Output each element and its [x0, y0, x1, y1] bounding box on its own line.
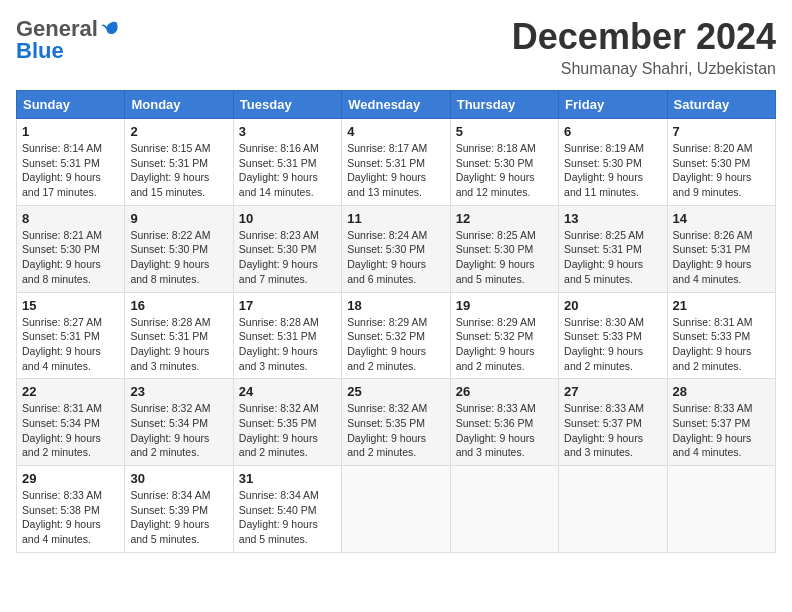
calendar-cell: 24Sunrise: 8:32 AMSunset: 5:35 PMDayligh… [233, 379, 341, 466]
day-info: Sunrise: 8:20 AMSunset: 5:30 PMDaylight:… [673, 141, 770, 200]
calendar-cell: 4Sunrise: 8:17 AMSunset: 5:31 PMDaylight… [342, 119, 450, 206]
day-number: 21 [673, 298, 770, 313]
calendar-day-header: Monday [125, 91, 233, 119]
day-number: 10 [239, 211, 336, 226]
day-info: Sunrise: 8:28 AMSunset: 5:31 PMDaylight:… [130, 315, 227, 374]
day-number: 4 [347, 124, 444, 139]
day-info: Sunrise: 8:34 AMSunset: 5:40 PMDaylight:… [239, 488, 336, 547]
calendar-cell: 17Sunrise: 8:28 AMSunset: 5:31 PMDayligh… [233, 292, 341, 379]
day-info: Sunrise: 8:23 AMSunset: 5:30 PMDaylight:… [239, 228, 336, 287]
day-number: 13 [564, 211, 661, 226]
day-info: Sunrise: 8:33 AMSunset: 5:36 PMDaylight:… [456, 401, 553, 460]
calendar-week-row: 8Sunrise: 8:21 AMSunset: 5:30 PMDaylight… [17, 205, 776, 292]
day-number: 17 [239, 298, 336, 313]
day-number: 23 [130, 384, 227, 399]
day-info: Sunrise: 8:32 AMSunset: 5:35 PMDaylight:… [239, 401, 336, 460]
calendar-cell: 20Sunrise: 8:30 AMSunset: 5:33 PMDayligh… [559, 292, 667, 379]
day-number: 18 [347, 298, 444, 313]
calendar-cell: 18Sunrise: 8:29 AMSunset: 5:32 PMDayligh… [342, 292, 450, 379]
calendar-cell: 13Sunrise: 8:25 AMSunset: 5:31 PMDayligh… [559, 205, 667, 292]
calendar-week-row: 15Sunrise: 8:27 AMSunset: 5:31 PMDayligh… [17, 292, 776, 379]
logo: General Blue [16, 16, 120, 64]
calendar-cell: 10Sunrise: 8:23 AMSunset: 5:30 PMDayligh… [233, 205, 341, 292]
day-info: Sunrise: 8:30 AMSunset: 5:33 PMDaylight:… [564, 315, 661, 374]
calendar-week-row: 29Sunrise: 8:33 AMSunset: 5:38 PMDayligh… [17, 466, 776, 553]
day-number: 12 [456, 211, 553, 226]
location-subtitle: Shumanay Shahri, Uzbekistan [512, 60, 776, 78]
day-number: 25 [347, 384, 444, 399]
day-number: 2 [130, 124, 227, 139]
day-number: 8 [22, 211, 119, 226]
day-info: Sunrise: 8:16 AMSunset: 5:31 PMDaylight:… [239, 141, 336, 200]
calendar-cell: 15Sunrise: 8:27 AMSunset: 5:31 PMDayligh… [17, 292, 125, 379]
calendar-cell: 27Sunrise: 8:33 AMSunset: 5:37 PMDayligh… [559, 379, 667, 466]
calendar-cell: 7Sunrise: 8:20 AMSunset: 5:30 PMDaylight… [667, 119, 775, 206]
calendar-cell [342, 466, 450, 553]
calendar-cell: 21Sunrise: 8:31 AMSunset: 5:33 PMDayligh… [667, 292, 775, 379]
day-info: Sunrise: 8:33 AMSunset: 5:38 PMDaylight:… [22, 488, 119, 547]
calendar-cell: 6Sunrise: 8:19 AMSunset: 5:30 PMDaylight… [559, 119, 667, 206]
calendar-day-header: Saturday [667, 91, 775, 119]
calendar-cell: 23Sunrise: 8:32 AMSunset: 5:34 PMDayligh… [125, 379, 233, 466]
calendar-cell: 5Sunrise: 8:18 AMSunset: 5:30 PMDaylight… [450, 119, 558, 206]
calendar-cell: 29Sunrise: 8:33 AMSunset: 5:38 PMDayligh… [17, 466, 125, 553]
day-info: Sunrise: 8:21 AMSunset: 5:30 PMDaylight:… [22, 228, 119, 287]
day-info: Sunrise: 8:32 AMSunset: 5:34 PMDaylight:… [130, 401, 227, 460]
day-info: Sunrise: 8:15 AMSunset: 5:31 PMDaylight:… [130, 141, 227, 200]
calendar-cell: 3Sunrise: 8:16 AMSunset: 5:31 PMDaylight… [233, 119, 341, 206]
day-info: Sunrise: 8:14 AMSunset: 5:31 PMDaylight:… [22, 141, 119, 200]
day-info: Sunrise: 8:25 AMSunset: 5:30 PMDaylight:… [456, 228, 553, 287]
calendar-cell [559, 466, 667, 553]
calendar-cell: 1Sunrise: 8:14 AMSunset: 5:31 PMDaylight… [17, 119, 125, 206]
calendar-day-header: Friday [559, 91, 667, 119]
day-number: 24 [239, 384, 336, 399]
day-info: Sunrise: 8:33 AMSunset: 5:37 PMDaylight:… [564, 401, 661, 460]
calendar-cell: 12Sunrise: 8:25 AMSunset: 5:30 PMDayligh… [450, 205, 558, 292]
calendar-cell: 8Sunrise: 8:21 AMSunset: 5:30 PMDaylight… [17, 205, 125, 292]
calendar-cell: 11Sunrise: 8:24 AMSunset: 5:30 PMDayligh… [342, 205, 450, 292]
calendar-day-header: Tuesday [233, 91, 341, 119]
calendar-cell: 31Sunrise: 8:34 AMSunset: 5:40 PMDayligh… [233, 466, 341, 553]
calendar-day-header: Sunday [17, 91, 125, 119]
title-area: December 2024 Shumanay Shahri, Uzbekista… [512, 16, 776, 78]
day-info: Sunrise: 8:31 AMSunset: 5:33 PMDaylight:… [673, 315, 770, 374]
day-number: 7 [673, 124, 770, 139]
day-info: Sunrise: 8:17 AMSunset: 5:31 PMDaylight:… [347, 141, 444, 200]
day-number: 31 [239, 471, 336, 486]
day-info: Sunrise: 8:26 AMSunset: 5:31 PMDaylight:… [673, 228, 770, 287]
calendar-cell: 26Sunrise: 8:33 AMSunset: 5:36 PMDayligh… [450, 379, 558, 466]
logo-bird-icon [100, 19, 120, 39]
day-info: Sunrise: 8:34 AMSunset: 5:39 PMDaylight:… [130, 488, 227, 547]
calendar-cell: 16Sunrise: 8:28 AMSunset: 5:31 PMDayligh… [125, 292, 233, 379]
day-number: 20 [564, 298, 661, 313]
day-number: 30 [130, 471, 227, 486]
calendar-cell [450, 466, 558, 553]
day-info: Sunrise: 8:24 AMSunset: 5:30 PMDaylight:… [347, 228, 444, 287]
day-number: 6 [564, 124, 661, 139]
day-info: Sunrise: 8:29 AMSunset: 5:32 PMDaylight:… [347, 315, 444, 374]
calendar-cell: 2Sunrise: 8:15 AMSunset: 5:31 PMDaylight… [125, 119, 233, 206]
day-info: Sunrise: 8:29 AMSunset: 5:32 PMDaylight:… [456, 315, 553, 374]
day-number: 15 [22, 298, 119, 313]
calendar-cell: 22Sunrise: 8:31 AMSunset: 5:34 PMDayligh… [17, 379, 125, 466]
calendar-cell [667, 466, 775, 553]
calendar-day-header: Wednesday [342, 91, 450, 119]
calendar-table: SundayMondayTuesdayWednesdayThursdayFrid… [16, 90, 776, 553]
calendar-week-row: 1Sunrise: 8:14 AMSunset: 5:31 PMDaylight… [17, 119, 776, 206]
month-title: December 2024 [512, 16, 776, 58]
day-number: 28 [673, 384, 770, 399]
page-header: General Blue December 2024 Shumanay Shah… [16, 16, 776, 78]
day-number: 16 [130, 298, 227, 313]
day-number: 9 [130, 211, 227, 226]
day-info: Sunrise: 8:31 AMSunset: 5:34 PMDaylight:… [22, 401, 119, 460]
logo-blue-text: Blue [16, 38, 64, 64]
day-number: 14 [673, 211, 770, 226]
calendar-week-row: 22Sunrise: 8:31 AMSunset: 5:34 PMDayligh… [17, 379, 776, 466]
calendar-cell: 25Sunrise: 8:32 AMSunset: 5:35 PMDayligh… [342, 379, 450, 466]
day-number: 26 [456, 384, 553, 399]
day-number: 29 [22, 471, 119, 486]
day-number: 11 [347, 211, 444, 226]
day-info: Sunrise: 8:25 AMSunset: 5:31 PMDaylight:… [564, 228, 661, 287]
day-info: Sunrise: 8:18 AMSunset: 5:30 PMDaylight:… [456, 141, 553, 200]
day-number: 1 [22, 124, 119, 139]
